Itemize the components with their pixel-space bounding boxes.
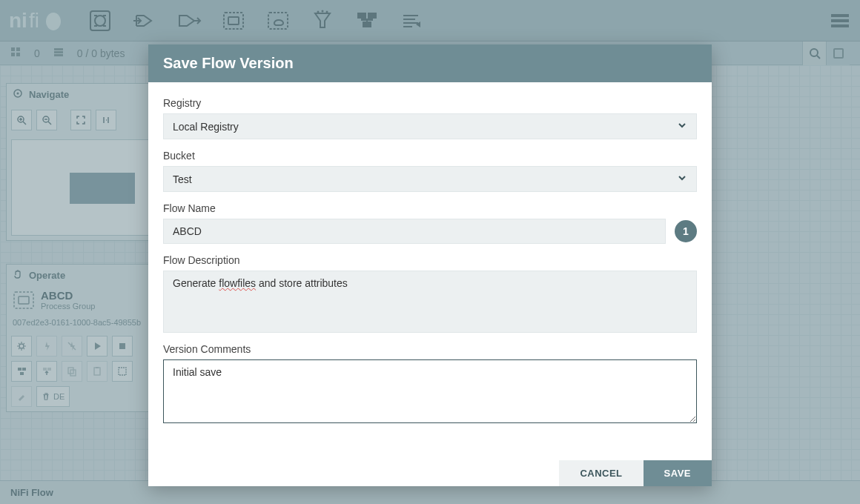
registry-label: Registry [163,97,697,109]
save-button[interactable]: SAVE [644,460,712,486]
version-comments-field: Version Comments [163,343,697,426]
flow-description-field: Flow Description Generate flowfiles and … [163,254,697,333]
chevron-down-icon [677,120,687,133]
registry-field: Registry Local Registry [163,97,697,139]
cancel-button[interactable]: CANCEL [559,460,643,486]
chevron-down-icon [677,173,687,185]
version-comments-label: Version Comments [163,343,697,355]
registry-value: Local Registry [173,121,239,133]
version-comments-input[interactable] [163,359,697,423]
flow-description-label: Flow Description [163,254,697,266]
flow-name-label: Flow Name [163,202,697,214]
registry-select[interactable]: Local Registry [163,113,697,139]
bucket-value: Test [173,173,192,185]
flow-name-input[interactable] [163,219,666,244]
version-badge: 1 [675,220,697,242]
flow-name-field: Flow Name 1 [163,202,697,244]
flow-description-input[interactable]: Generate flowfiles and store attributes [163,271,697,333]
dialog-title: Save Flow Version [148,44,712,82]
bucket-field: Bucket Test [163,150,697,192]
bucket-label: Bucket [163,150,697,162]
bucket-select[interactable]: Test [163,166,697,192]
save-flow-version-dialog: Save Flow Version Registry Local Registr… [148,44,712,486]
modal-overlay: Save Flow Version Registry Local Registr… [0,0,860,504]
